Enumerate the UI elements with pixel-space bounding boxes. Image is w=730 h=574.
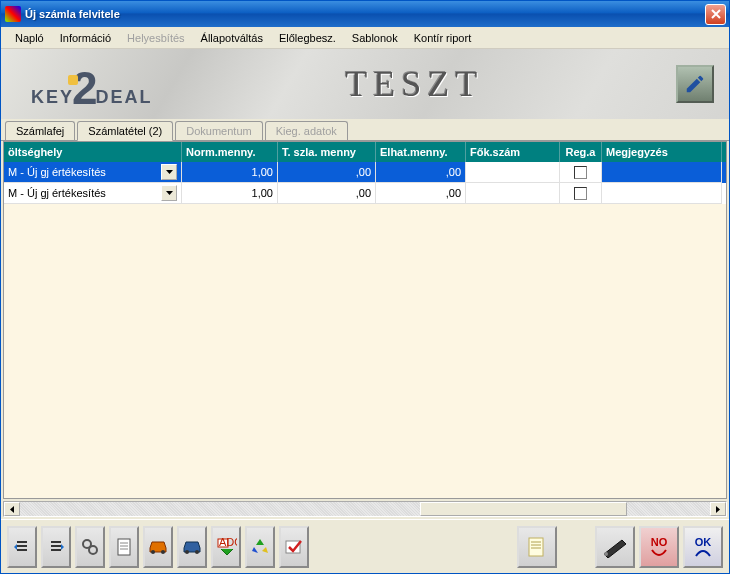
svg-text:ADÓ: ADÓ (219, 537, 237, 548)
ok-button[interactable]: OK (683, 526, 723, 568)
col-rega[interactable]: Reg.a (560, 142, 602, 162)
brand-key: KEY (31, 87, 74, 107)
menu-informacio[interactable]: Információ (52, 30, 119, 46)
scroll-left-icon[interactable] (4, 502, 20, 516)
cell-norm[interactable]: 1,00 (182, 162, 278, 183)
tool-car-blue[interactable] (177, 526, 207, 568)
col-koltseghely[interactable]: öltséghely (4, 142, 182, 162)
banner: KEY2DEAL TESZT (1, 49, 729, 119)
svg-point-4 (161, 550, 165, 554)
cell-rega[interactable] (560, 183, 602, 204)
col-megjegyzes[interactable]: Megjegyzés (602, 142, 722, 162)
scroll-right-icon[interactable] (710, 502, 726, 516)
tool-recycle[interactable] (245, 526, 275, 568)
tabstrip: Számlafej Számlatétel (2) Dokumentum Kie… (1, 119, 729, 141)
cell-fokszam[interactable] (466, 162, 560, 183)
cell-rega[interactable] (560, 162, 602, 183)
cell-text: M - Új gj értékesítés (8, 185, 159, 201)
menubar: Napló Információ Helyesbítés Állapotvált… (1, 27, 729, 49)
cell-koltseghely[interactable]: M - Új gj értékesítés (4, 162, 182, 183)
scroll-track[interactable] (20, 502, 710, 516)
brand-deal: DEAL (96, 87, 153, 107)
edit-corner-button[interactable] (676, 65, 714, 103)
grid-header: öltséghely Norm.menny. T. szla. menny El… (4, 142, 726, 162)
bottom-toolbar: ADÓ NO OK (1, 519, 729, 573)
titlebar: Új számla felvitele (1, 1, 729, 27)
menu-helyesbites: Helyesbítés (119, 30, 192, 46)
table-row[interactable]: M - Új gj értékesítés 1,00 ,00 ,00 (4, 183, 726, 204)
dropdown-icon[interactable] (161, 185, 177, 201)
grid: öltséghely Norm.menny. T. szla. menny El… (3, 141, 727, 499)
window-title: Új számla felvitele (25, 8, 703, 20)
svg-point-3 (151, 550, 155, 554)
svg-point-11 (604, 552, 608, 556)
svg-rect-10 (529, 538, 543, 556)
cell-koltseghely[interactable]: M - Új gj értékesítés (4, 183, 182, 204)
menu-allapotvaltas[interactable]: Állapotváltás (193, 30, 271, 46)
col-elhat[interactable]: Elhat.menny. (376, 142, 466, 162)
tool-document[interactable] (109, 526, 139, 568)
cell-fokszam[interactable] (466, 183, 560, 204)
no-label: NO (651, 536, 668, 548)
banner-center-text: TESZT (153, 63, 676, 105)
svg-rect-2 (118, 539, 130, 555)
dropdown-icon[interactable] (161, 164, 177, 180)
tool-gears-1[interactable] (75, 526, 105, 568)
cell-text: M - Új gj értékesítés (8, 164, 159, 180)
brand-logo: KEY2DEAL (31, 57, 153, 111)
checkbox-icon[interactable] (574, 166, 587, 179)
no-button[interactable]: NO (639, 526, 679, 568)
close-button[interactable] (705, 4, 726, 25)
tool-check[interactable] (279, 526, 309, 568)
tab-szamlafej[interactable]: Számlafej (5, 121, 75, 140)
cell-tszla[interactable]: ,00 (278, 183, 376, 204)
app-icon (5, 6, 21, 22)
scroll-thumb[interactable] (420, 502, 627, 516)
tool-indent-right[interactable] (41, 526, 71, 568)
col-fokszam[interactable]: Fők.szám (466, 142, 560, 162)
col-norm[interactable]: Norm.menny. (182, 142, 278, 162)
menu-elolegbesz[interactable]: Előlegbesz. (271, 30, 344, 46)
tool-note[interactable] (517, 526, 557, 568)
menu-naplo[interactable]: Napló (7, 30, 52, 46)
cell-elhat[interactable]: ,00 (376, 162, 466, 183)
main-window: Új számla felvitele Napló Információ Hel… (0, 0, 730, 574)
cell-tszla[interactable]: ,00 (278, 162, 376, 183)
tab-dokumentum: Dokumentum (175, 121, 262, 140)
svg-point-6 (195, 550, 199, 554)
tool-ado[interactable]: ADÓ (211, 526, 241, 568)
cell-megj[interactable] (602, 183, 722, 204)
tab-szamlatetel[interactable]: Számlatétel (2) (77, 121, 173, 141)
table-row[interactable]: M - Új gj értékesítés 1,00 ,00 ,00 (4, 162, 726, 183)
svg-point-1 (89, 546, 97, 554)
svg-point-5 (185, 550, 189, 554)
brand-2: 2 (72, 61, 98, 115)
ok-label: OK (695, 536, 712, 548)
cell-megj[interactable] (602, 162, 722, 183)
tool-pen[interactable] (595, 526, 635, 568)
tool-car-orange[interactable] (143, 526, 173, 568)
horizontal-scrollbar[interactable] (3, 501, 727, 517)
tab-kieg-adatok: Kieg. adatok (265, 121, 348, 140)
tool-indent-left[interactable] (7, 526, 37, 568)
cell-elhat[interactable]: ,00 (376, 183, 466, 204)
col-tszla[interactable]: T. szla. menny (278, 142, 376, 162)
grid-empty-area (4, 204, 726, 498)
cell-norm[interactable]: 1,00 (182, 183, 278, 204)
menu-sablonok[interactable]: Sablonok (344, 30, 406, 46)
checkbox-icon[interactable] (574, 187, 587, 200)
menu-kontir-riport[interactable]: Kontír riport (406, 30, 479, 46)
